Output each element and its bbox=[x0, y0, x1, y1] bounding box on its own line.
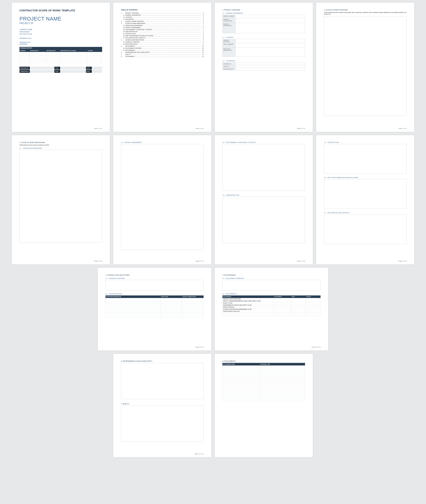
parties-table: "Contractor" is: "Owner" is: "Project Ow… bbox=[222, 62, 305, 70]
table-row: ISSUES RESOLUTION LOG bbox=[223, 310, 320, 313]
deliverable-overview-box bbox=[222, 280, 320, 290]
milestone-col-end: DATE OF COMPLETION bbox=[182, 296, 204, 298]
table-row bbox=[223, 365, 305, 367]
toc-entry: 5.1DELIVERABLE OVERVIEW10 bbox=[121, 48, 204, 49]
page-10[interactable]: 5. DELIVERABLES 5.1DELIVERABLE OVERVIEW … bbox=[215, 268, 328, 351]
company-street: Street Address bbox=[20, 31, 102, 33]
page-5[interactable]: 3. SCOPE OF WORK BREAKDOWN Defined below… bbox=[12, 135, 110, 264]
toc-entry: 4.1SCHEDULE OVERVIEW9 bbox=[121, 41, 204, 43]
page-footer: Page 3 of 13 bbox=[297, 128, 305, 129]
toc-list: 1.PROJECT OVERVIEW31.1GENERAL INFORMATIO… bbox=[121, 12, 204, 57]
milestone-col-desc: MILESTONE DESCRIPTION bbox=[106, 296, 160, 298]
table-row bbox=[223, 378, 305, 380]
version-number: VERSION 0.0.0 bbox=[20, 42, 102, 43]
version-date: 00/00/0000 bbox=[20, 43, 102, 45]
sig-title-label: TITLE bbox=[54, 67, 60, 70]
table-row bbox=[223, 382, 305, 384]
page-8[interactable]: 3.5CONSTRUCTION 3.6PARTY RESPONSIBILITIE… bbox=[316, 135, 414, 264]
section-2-intro: List all activities that the Contractor … bbox=[324, 12, 406, 15]
subsection-5-1: 5.1DELIVERABLE OVERVIEW bbox=[222, 278, 320, 279]
section-5-heading: 5. DELIVERABLES bbox=[222, 274, 320, 276]
sig-title-label-2: TITLE bbox=[54, 70, 60, 73]
table-row bbox=[223, 393, 305, 394]
version-history-table: VERSION APPROVED BY REVISION DATE DESCRI… bbox=[20, 49, 102, 63]
subsection-1-2: 1.2LOCATION bbox=[222, 37, 305, 38]
table-row bbox=[223, 374, 305, 376]
site-services-box bbox=[324, 214, 406, 244]
toc-entry: 3.6PARTY RESPONSIBILITIES AND EXCLUSIONS… bbox=[121, 35, 204, 37]
table-row bbox=[223, 380, 305, 382]
attach-col-loc: LOCATION / LINK bbox=[260, 363, 305, 365]
table-row: QUALITY PLAN bbox=[223, 302, 320, 304]
page-6[interactable]: 3.2PROJECT MANAGEMENT Page 6 of 13 bbox=[113, 135, 211, 264]
table-row bbox=[223, 391, 305, 393]
toc-entry: 3.SCOPE OF WORK BREAKDOWN5 bbox=[121, 23, 204, 24]
company-name: COMPANY NAME bbox=[20, 29, 102, 31]
page-9[interactable]: 4. SCHEDULE AND MILESTONES 4.1SCHEDULE O… bbox=[98, 268, 211, 351]
sig-date-label-2: DATE bbox=[86, 70, 92, 73]
page-12[interactable]: 8. ATTACHMENTS ATTACHMENT NAME LOCATION … bbox=[215, 354, 313, 457]
sig-approved-by-value bbox=[30, 70, 54, 73]
table-row bbox=[223, 313, 320, 314]
subsection-3-4: 3.4SUBCONTRACTING bbox=[222, 194, 305, 196]
table-row bbox=[223, 369, 305, 371]
general-info-table: PROJECT OWNER PROJECT CONTRACTOR PROJECT… bbox=[222, 15, 305, 33]
subcontracting-box bbox=[222, 197, 305, 243]
milestone-col-start: START DATE bbox=[160, 296, 182, 298]
subsection-3-5: 3.5CONSTRUCTION bbox=[324, 142, 406, 143]
page-4[interactable]: 2. SCOPE OF WORK OVERVIEW List all activ… bbox=[316, 3, 414, 132]
responsibilities-box bbox=[324, 179, 406, 209]
subsection-4-2: 4.2MILESTONE DATES bbox=[106, 293, 204, 295]
toc-entry: 5.DELIVERABLES10 bbox=[121, 45, 204, 47]
sig-date-value bbox=[92, 67, 102, 70]
page-footer: Page 7 of 13 bbox=[297, 260, 305, 262]
section-3-heading: 3. SCOPE OF WORK BREAKDOWN bbox=[20, 142, 102, 143]
subsection-5-2: 5.2DELIVERABLES bbox=[222, 293, 320, 295]
page-3[interactable]: 1. PROJECT OVERVIEW 1.1GENERAL INFORMATI… bbox=[215, 3, 313, 132]
document-title: CONTRACTOR SCOPE OF WORK TEMPLATE bbox=[20, 9, 102, 12]
toc-entry: 3.5CONSTRUCTION8 bbox=[121, 33, 204, 35]
company-city: City, State and Zip bbox=[20, 33, 102, 35]
page-1[interactable]: CONTRACTOR SCOPE OF WORK TEMPLATE PROJEC… bbox=[12, 3, 110, 132]
toc-entry: 4.2MILESTONE DATES9 bbox=[121, 44, 204, 45]
toc-entry: 1.1GENERAL INFORMATION3 bbox=[121, 15, 204, 16]
milestone-table: MILESTONE DESCRIPTION START DATE DATE OF… bbox=[106, 295, 204, 318]
table-row bbox=[223, 398, 305, 400]
page-footer: Page 6 of 13 bbox=[196, 260, 204, 262]
sig-title-value bbox=[60, 67, 86, 70]
location-table: PROJECT LOCATION LEGAL ADDRESS WORK SITE… bbox=[222, 39, 305, 57]
toc-entry: 2.SCOPE OF WORK OVERVIEW4 bbox=[121, 21, 204, 22]
design-engineering-box bbox=[20, 150, 102, 243]
page-11[interactable]: 6. ENVIRONMENTAL HEALTH AND SAFETY 7. QU… bbox=[113, 354, 211, 457]
section-8-heading: 8. ATTACHMENTS bbox=[222, 360, 305, 362]
subsection-3-1: 3.1DESIGN AND ENGINEERING bbox=[20, 147, 102, 149]
table-row bbox=[223, 373, 305, 374]
vh-col-author: AUTHOR bbox=[87, 50, 102, 52]
toc-entry: 5.2DELIVERABLES10 bbox=[121, 50, 204, 51]
page-7[interactable]: 3.3PROCUREMENT / EXPEDITING / LOGISTICS … bbox=[215, 135, 313, 264]
section-4-heading: 4. SCHEDULE AND MILESTONES bbox=[106, 274, 204, 276]
table-row bbox=[223, 394, 305, 396]
toc-entry: 3.1DESIGN AND ENGINEERING5 bbox=[121, 25, 204, 26]
web-address: webaddress.com bbox=[20, 37, 102, 39]
section-1-heading: 1. PROJECT OVERVIEW bbox=[222, 9, 305, 11]
table-row bbox=[223, 314, 320, 316]
section-2-heading: 2. SCOPE OF WORK OVERVIEW bbox=[324, 9, 406, 11]
toc-entry: 1.3THE PARTIES3 bbox=[121, 19, 204, 20]
table-row: SAFETY PLAN/ENVIRONMENTAL HEALTH AND SAF… bbox=[223, 300, 320, 302]
sig-date-value-2 bbox=[92, 70, 102, 73]
table-row: ENVIRONMENTAL HEALTH AND SAFETY PLAN bbox=[223, 304, 320, 306]
deliv-col-attach: ATTACHMENT bbox=[273, 296, 291, 298]
sig-approved-by-label: APPROVED BY bbox=[20, 70, 30, 73]
sig-date-label: DATE bbox=[86, 67, 92, 70]
page-footer: Page 2 of 13 bbox=[196, 128, 204, 129]
table-row bbox=[223, 376, 305, 378]
toc-entry: 4.SCHEDULE AND MILESTONES9 bbox=[121, 39, 204, 41]
project-mgmt-box bbox=[121, 144, 204, 250]
subsection-3-6: 3.6PARTY RESPONSIBILITIES AND EXCLUSIONS bbox=[324, 177, 406, 178]
page-2[interactable]: TABLE OF CONTENTS 1.PROJECT OVERVIEW31.1… bbox=[113, 3, 211, 132]
attachments-table: ATTACHMENT NAME LOCATION / LINK bbox=[222, 363, 305, 402]
section-3-intro: Defined below are the services included … bbox=[20, 144, 102, 146]
table-row: SCHEDULE REPORTING MANAGEMENT PLAN bbox=[223, 308, 320, 310]
project-name: PROJECT NAME bbox=[20, 16, 102, 22]
